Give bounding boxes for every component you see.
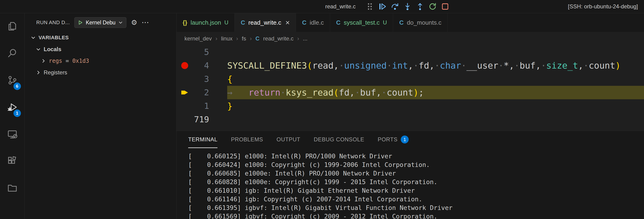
tab-syscall-test-c[interactable]: C syscall_test.c U <box>330 13 393 32</box>
code-line: 719 <box>176 113 644 126</box>
variable-name: regs <box>49 58 62 64</box>
title-bar: read_write.c <box>0 0 644 13</box>
breakpoint-dot[interactable] <box>176 59 193 72</box>
stop-button[interactable] <box>440 1 450 12</box>
breadcrumb-item[interactable]: ... <box>303 35 308 42</box>
breadcrumb-item[interactable]: kernel_dev <box>184 35 212 42</box>
line-number: 5 <box>193 45 209 59</box>
chevron-down-icon <box>36 47 41 52</box>
panel-tab-problems[interactable]: PROBLEMS <box>231 131 263 148</box>
debug-toolbar <box>364 1 450 12</box>
source-control-badge: 6 <box>14 83 21 90</box>
c-file-icon: C <box>302 19 306 26</box>
c-file-icon: C <box>336 19 340 26</box>
step-into-button[interactable] <box>402 1 413 12</box>
terminal-line: [ 0.660685] e1000e: Intel(R) PRO/1000 Ne… <box>188 169 644 178</box>
modified-badge: U <box>383 19 387 26</box>
code-line-text[interactable]: { <box>227 72 644 86</box>
modified-badge: U <box>224 19 228 26</box>
chevron-down-icon <box>118 20 123 25</box>
code-line-text[interactable] <box>227 45 644 59</box>
json-file-icon: {} <box>182 19 187 26</box>
line-number: 719 <box>193 113 209 126</box>
code-line: 4SYSCALL_DEFINE3(read,·unsigned·int,·fd,… <box>176 59 644 72</box>
activity-extensions[interactable] <box>0 148 25 175</box>
activity-explorer[interactable] <box>0 13 25 40</box>
c-file-icon: C <box>255 35 259 42</box>
remote-indicator[interactable]: [SSH: orb-ubuntu-24-debug] <box>568 3 644 10</box>
activity-remote-explorer[interactable] <box>0 121 25 148</box>
panel-tab-terminal[interactable]: TERMINAL <box>188 131 218 148</box>
panel-tab-output[interactable]: OUTPUT <box>276 131 300 148</box>
step-out-button[interactable] <box>415 1 426 12</box>
tab-read-write-c[interactable]: C read_write.c × <box>235 13 296 32</box>
code-line-text[interactable]: SYSCALL_DEFINE3(read,·unsigned·int,·fd,·… <box>227 59 644 72</box>
terminal-line: [ 0.661395] igbvf: Intel(R) Gigabit Virt… <box>188 203 644 212</box>
restart-button[interactable] <box>427 1 438 12</box>
close-icon[interactable]: × <box>286 19 290 26</box>
terminal-line: [ 0.660125] e1000: Intel(R) PRO/1000 Net… <box>188 152 644 160</box>
debug-config-label: Kernel Debu <box>86 20 116 26</box>
locals-tree-item[interactable]: Locals <box>25 44 176 55</box>
code-line-text[interactable] <box>227 113 644 126</box>
gear-icon[interactable]: ⚙ <box>131 19 137 26</box>
ports-badge: 1 <box>401 136 409 143</box>
line-number: 4 <box>193 59 209 72</box>
tab-strip: {} launch.json U C read_write.c × C idle… <box>176 13 644 32</box>
breadcrumb-item[interactable]: linux <box>221 35 232 42</box>
activity-search[interactable] <box>0 40 25 67</box>
code-line: 2→ return·ksys_read(fd,·buf,·count); <box>176 86 644 99</box>
line-number: 2 <box>193 86 209 99</box>
code-line: 1} <box>176 99 644 113</box>
bottom-panel: TERMINAL PROBLEMS OUTPUT DEBUG CONSOLE P… <box>176 131 644 219</box>
breadcrumb-item[interactable]: read_write.c <box>263 35 294 42</box>
tab-launch-json[interactable]: {} launch.json U <box>176 13 235 32</box>
chevron-right-icon <box>36 70 41 75</box>
c-file-icon: C <box>399 19 404 26</box>
panel-tab-strip: TERMINAL PROBLEMS OUTPUT DEBUG CONSOLE P… <box>176 131 644 148</box>
editor-area: {} launch.json U C read_write.c × C idle… <box>176 13 644 219</box>
registers-tree-item[interactable]: Registers <box>25 67 176 78</box>
debug-pointer-icon[interactable] <box>176 86 193 99</box>
c-file-icon: C <box>241 19 245 26</box>
tab-idle-c[interactable]: C idle.c <box>296 13 330 32</box>
breakpoint-margin[interactable] <box>176 72 193 86</box>
sidebar-title: RUN AND D... <box>36 20 70 26</box>
breadcrumb: kernel_dev › linux › fs › C read_write.c… <box>176 32 644 45</box>
run-and-debug-sidebar: RUN AND D... Kernel Debu ⚙ ··· VARIABLES… <box>25 13 176 219</box>
window-title: read_write.c <box>325 3 356 10</box>
breadcrumb-item[interactable]: fs <box>242 35 246 42</box>
files-icon <box>7 21 18 33</box>
drag-grip-icon[interactable] <box>364 1 375 12</box>
chevron-down-icon <box>31 35 36 40</box>
variable-value: 0x1d3 <box>72 58 89 64</box>
remote-explorer-icon <box>7 129 18 140</box>
more-actions-icon[interactable]: ··· <box>142 20 150 26</box>
code-line-text[interactable]: → return·ksys_read(fd,·buf,·count); <box>227 86 644 99</box>
activity-bar: 6 1 <box>0 13 25 219</box>
code-line: 3{ <box>176 72 644 86</box>
terminal-line: [ 0.661010] igb: Intel(R) Gigabit Ethern… <box>188 186 644 195</box>
breakpoint-margin[interactable] <box>176 113 193 126</box>
terminal-line: [ 0.661146] igb: Copyright (c) 2007-2014… <box>188 195 644 203</box>
chevron-right-icon <box>41 58 46 64</box>
tab-do-mounts-c[interactable]: C do_mounts.c <box>393 13 448 32</box>
debug-config-picker[interactable]: Kernel Debu <box>74 17 126 28</box>
variables-section-header[interactable]: VARIABLES <box>25 32 176 44</box>
continue-button[interactable] <box>377 1 388 12</box>
terminal-output[interactable]: [ 0.660125] e1000: Intel(R) PRO/1000 Net… <box>176 148 644 219</box>
code-line-text[interactable]: } <box>227 99 644 113</box>
step-over-button[interactable] <box>390 1 400 12</box>
code-line: 5 <box>176 45 644 59</box>
variable-regs[interactable]: regs = 0x1d3 <box>25 55 176 67</box>
activity-folders[interactable] <box>0 175 25 202</box>
breakpoint-margin[interactable] <box>176 45 193 59</box>
debug-badge: 1 <box>14 110 21 117</box>
activity-source-control[interactable]: 6 <box>0 67 25 94</box>
breakpoint-margin[interactable] <box>176 99 193 113</box>
activity-run-and-debug[interactable]: 1 <box>0 94 25 121</box>
panel-tab-ports[interactable]: PORTS 1 <box>378 131 409 148</box>
folder-icon <box>7 183 18 194</box>
start-debug-icon <box>78 20 83 25</box>
panel-tab-debug-console[interactable]: DEBUG CONSOLE <box>314 131 364 148</box>
